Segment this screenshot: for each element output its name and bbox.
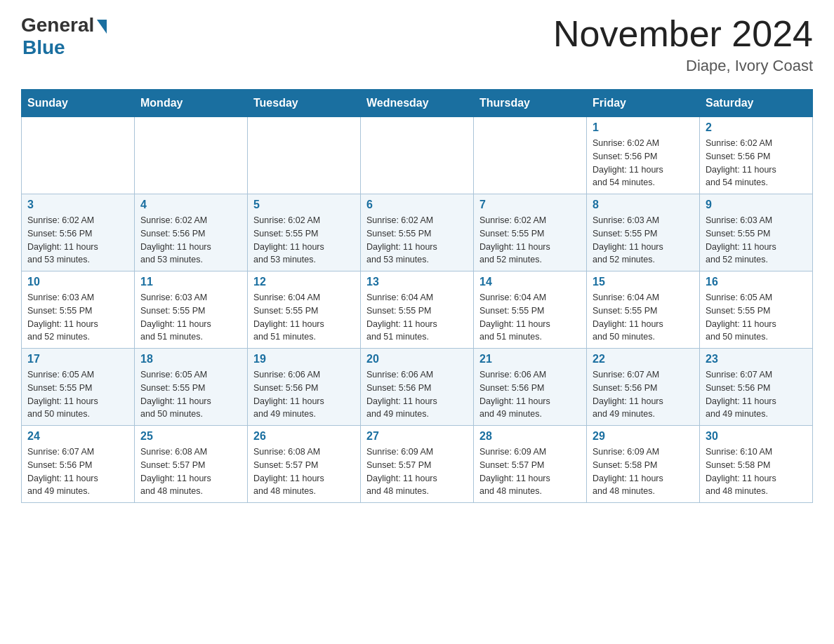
day-number: 4 (140, 199, 241, 211)
calendar-cell: 28Sunrise: 6:09 AM Sunset: 5:57 PM Dayli… (474, 426, 587, 503)
day-header-tuesday: Tuesday (248, 90, 361, 117)
calendar-cell (474, 117, 587, 194)
day-header-sunday: Sunday (22, 90, 135, 117)
day-info: Sunrise: 6:06 AM Sunset: 5:56 PM Dayligh… (479, 368, 581, 421)
day-number: 29 (593, 430, 694, 443)
day-number: 10 (27, 276, 128, 288)
calendar-week-row: 10Sunrise: 6:03 AM Sunset: 5:55 PM Dayli… (22, 271, 813, 349)
calendar-cell: 5Sunrise: 6:02 AM Sunset: 5:55 PM Daylig… (248, 194, 361, 271)
calendar-cell: 30Sunrise: 6:10 AM Sunset: 5:58 PM Dayli… (700, 426, 813, 503)
calendar-week-row: 17Sunrise: 6:05 AM Sunset: 5:55 PM Dayli… (22, 349, 813, 426)
day-number: 9 (706, 199, 807, 211)
day-info: Sunrise: 6:06 AM Sunset: 5:56 PM Dayligh… (253, 368, 355, 421)
day-info: Sunrise: 6:02 AM Sunset: 5:55 PM Dayligh… (366, 214, 468, 267)
day-number: 17 (27, 353, 128, 365)
month-title: November 2024 (553, 14, 813, 54)
calendar-cell: 27Sunrise: 6:09 AM Sunset: 5:57 PM Dayli… (361, 426, 474, 503)
day-info: Sunrise: 6:02 AM Sunset: 5:56 PM Dayligh… (706, 137, 807, 189)
day-info: Sunrise: 6:06 AM Sunset: 5:56 PM Dayligh… (366, 368, 468, 421)
day-info: Sunrise: 6:07 AM Sunset: 5:56 PM Dayligh… (27, 445, 128, 498)
day-number: 18 (140, 353, 241, 365)
day-number: 1 (593, 121, 694, 134)
day-info: Sunrise: 6:05 AM Sunset: 5:55 PM Dayligh… (27, 368, 128, 421)
day-number: 25 (140, 430, 241, 443)
day-info: Sunrise: 6:09 AM Sunset: 5:57 PM Dayligh… (366, 445, 468, 498)
calendar-cell: 22Sunrise: 6:07 AM Sunset: 5:56 PM Dayli… (587, 349, 700, 426)
day-number: 23 (706, 353, 807, 365)
calendar-cell: 7Sunrise: 6:02 AM Sunset: 5:55 PM Daylig… (474, 194, 587, 271)
day-number: 28 (479, 430, 581, 443)
day-info: Sunrise: 6:07 AM Sunset: 5:56 PM Dayligh… (706, 368, 807, 421)
day-info: Sunrise: 6:03 AM Sunset: 5:55 PM Dayligh… (27, 291, 128, 344)
calendar-cell: 14Sunrise: 6:04 AM Sunset: 5:55 PM Dayli… (474, 271, 587, 349)
calendar-cell: 16Sunrise: 6:05 AM Sunset: 5:55 PM Dayli… (700, 271, 813, 349)
day-info: Sunrise: 6:05 AM Sunset: 5:55 PM Dayligh… (140, 368, 241, 421)
calendar-cell: 4Sunrise: 6:02 AM Sunset: 5:56 PM Daylig… (135, 194, 248, 271)
title-section: November 2024 Diape, Ivory Coast (553, 14, 813, 75)
day-number: 16 (706, 276, 807, 288)
day-number: 13 (366, 276, 468, 288)
calendar-week-row: 1Sunrise: 6:02 AM Sunset: 5:56 PM Daylig… (22, 117, 813, 194)
day-info: Sunrise: 6:09 AM Sunset: 5:57 PM Dayligh… (479, 445, 581, 498)
day-header-thursday: Thursday (474, 90, 587, 117)
calendar-cell: 26Sunrise: 6:08 AM Sunset: 5:57 PM Dayli… (248, 426, 361, 503)
calendar-cell: 21Sunrise: 6:06 AM Sunset: 5:56 PM Dayli… (474, 349, 587, 426)
location-text: Diape, Ivory Coast (553, 57, 813, 75)
calendar-cell: 29Sunrise: 6:09 AM Sunset: 5:58 PM Dayli… (587, 426, 700, 503)
calendar-cell: 1Sunrise: 6:02 AM Sunset: 5:56 PM Daylig… (587, 117, 700, 194)
calendar-week-row: 24Sunrise: 6:07 AM Sunset: 5:56 PM Dayli… (22, 426, 813, 503)
day-number: 20 (366, 353, 468, 365)
calendar-header-row: SundayMondayTuesdayWednesdayThursdayFrid… (22, 90, 813, 117)
calendar-cell: 6Sunrise: 6:02 AM Sunset: 5:55 PM Daylig… (361, 194, 474, 271)
calendar-table: SundayMondayTuesdayWednesdayThursdayFrid… (21, 89, 813, 503)
day-number: 2 (706, 121, 807, 134)
day-number: 19 (253, 353, 355, 365)
day-header-wednesday: Wednesday (361, 90, 474, 117)
day-info: Sunrise: 6:08 AM Sunset: 5:57 PM Dayligh… (253, 445, 355, 498)
day-number: 24 (27, 430, 128, 443)
calendar-cell (361, 117, 474, 194)
day-info: Sunrise: 6:04 AM Sunset: 5:55 PM Dayligh… (593, 291, 694, 344)
calendar-cell (135, 117, 248, 194)
day-info: Sunrise: 6:05 AM Sunset: 5:55 PM Dayligh… (706, 291, 807, 344)
day-number: 15 (593, 276, 694, 288)
logo-general-text: General (21, 14, 94, 36)
day-number: 7 (479, 199, 581, 211)
day-info: Sunrise: 6:02 AM Sunset: 5:55 PM Dayligh… (253, 214, 355, 267)
day-info: Sunrise: 6:03 AM Sunset: 5:55 PM Dayligh… (140, 291, 241, 344)
day-info: Sunrise: 6:08 AM Sunset: 5:57 PM Dayligh… (140, 445, 241, 498)
day-number: 30 (706, 430, 807, 443)
calendar-cell: 2Sunrise: 6:02 AM Sunset: 5:56 PM Daylig… (700, 117, 813, 194)
day-info: Sunrise: 6:02 AM Sunset: 5:55 PM Dayligh… (479, 214, 581, 267)
day-info: Sunrise: 6:04 AM Sunset: 5:55 PM Dayligh… (479, 291, 581, 344)
day-header-saturday: Saturday (700, 90, 813, 117)
page-header: General Blue November 2024 Diape, Ivory … (21, 14, 813, 75)
day-info: Sunrise: 6:07 AM Sunset: 5:56 PM Dayligh… (593, 368, 694, 421)
day-header-friday: Friday (587, 90, 700, 117)
day-info: Sunrise: 6:04 AM Sunset: 5:55 PM Dayligh… (366, 291, 468, 344)
calendar-cell: 24Sunrise: 6:07 AM Sunset: 5:56 PM Dayli… (22, 426, 135, 503)
day-number: 12 (253, 276, 355, 288)
calendar-cell: 20Sunrise: 6:06 AM Sunset: 5:56 PM Dayli… (361, 349, 474, 426)
day-number: 26 (253, 430, 355, 443)
calendar-cell: 12Sunrise: 6:04 AM Sunset: 5:55 PM Dayli… (248, 271, 361, 349)
day-number: 11 (140, 276, 241, 288)
calendar-cell: 10Sunrise: 6:03 AM Sunset: 5:55 PM Dayli… (22, 271, 135, 349)
logo-blue-text: Blue (22, 36, 65, 59)
calendar-cell: 18Sunrise: 6:05 AM Sunset: 5:55 PM Dayli… (135, 349, 248, 426)
calendar-cell: 9Sunrise: 6:03 AM Sunset: 5:55 PM Daylig… (700, 194, 813, 271)
day-number: 21 (479, 353, 581, 365)
day-number: 14 (479, 276, 581, 288)
day-header-monday: Monday (135, 90, 248, 117)
calendar-cell: 8Sunrise: 6:03 AM Sunset: 5:55 PM Daylig… (587, 194, 700, 271)
day-number: 27 (366, 430, 468, 443)
day-info: Sunrise: 6:02 AM Sunset: 5:56 PM Dayligh… (140, 214, 241, 267)
day-number: 5 (253, 199, 355, 211)
logo-arrow-icon (97, 20, 107, 34)
calendar-cell: 11Sunrise: 6:03 AM Sunset: 5:55 PM Dayli… (135, 271, 248, 349)
calendar-cell: 13Sunrise: 6:04 AM Sunset: 5:55 PM Dayli… (361, 271, 474, 349)
day-info: Sunrise: 6:03 AM Sunset: 5:55 PM Dayligh… (706, 214, 807, 267)
day-info: Sunrise: 6:10 AM Sunset: 5:58 PM Dayligh… (706, 445, 807, 498)
calendar-cell: 15Sunrise: 6:04 AM Sunset: 5:55 PM Dayli… (587, 271, 700, 349)
calendar-week-row: 3Sunrise: 6:02 AM Sunset: 5:56 PM Daylig… (22, 194, 813, 271)
